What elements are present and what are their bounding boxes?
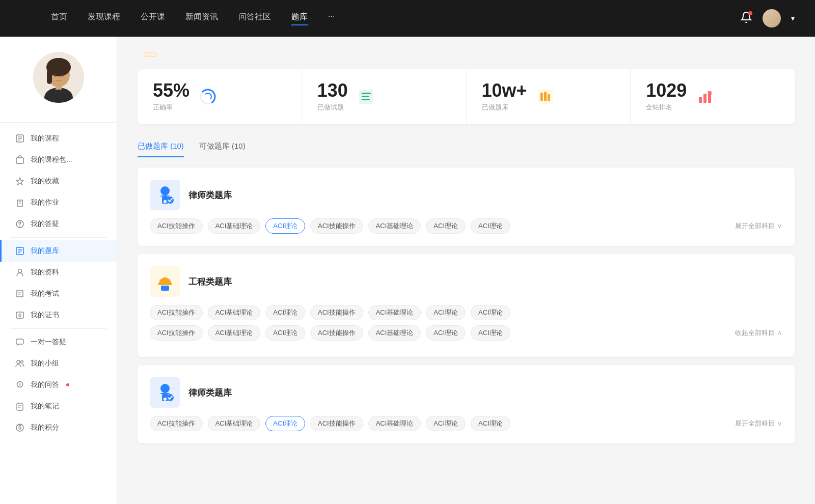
sidebar-menu: 我的课程我的课程包...我的收藏我的作业我的答疑我的题库我的资料我的考试我的证书… bbox=[0, 128, 117, 449]
sidebar-item-label-10: 我的小组 bbox=[31, 359, 59, 368]
sidebar-divider bbox=[10, 237, 106, 238]
stat-done-banks: 10w+ 已做题库 bbox=[467, 69, 631, 124]
tag-2b-3[interactable]: ACI理论 bbox=[265, 325, 305, 341]
sidebar-item-label-4: 我的答疑 bbox=[31, 219, 59, 229]
qbank-card-lawyer-2: 律师类题库 ACI技能操作 ACI基础理论 ACI理论 ACI技能操作 ACI基… bbox=[138, 365, 795, 443]
svg-point-28 bbox=[19, 315, 21, 317]
stat-rank-label: 全站排名 bbox=[646, 103, 687, 112]
tag-1-5[interactable]: ACI基础理论 bbox=[368, 218, 421, 234]
qbank-card-lawyer-1: 律师类题库 ACI技能操作 ACI基础理论 ACI理论 ACI技能操作 ACI基… bbox=[138, 167, 795, 246]
tag-1-7[interactable]: ACI理论 bbox=[471, 218, 510, 234]
tag-2b-4[interactable]: ACI技能操作 bbox=[310, 325, 363, 341]
sidebar-item-note[interactable]: 我的笔记 bbox=[0, 396, 117, 417]
tag-1-1[interactable]: ACI技能操作 bbox=[150, 218, 203, 234]
avatar-chevron[interactable]: ▾ bbox=[791, 14, 795, 22]
svg-point-23 bbox=[18, 269, 22, 273]
svg-rect-51 bbox=[703, 94, 707, 103]
sidebar-item-label-8: 我的证书 bbox=[31, 311, 59, 320]
sidebar-item-exam[interactable]: 我的考试 bbox=[0, 283, 117, 304]
course-icon bbox=[15, 134, 24, 143]
tag-1-6[interactable]: ACI理论 bbox=[426, 218, 466, 234]
tag-3-2[interactable]: ACI基础理论 bbox=[208, 416, 261, 431]
sidebar-item-homework[interactable]: 我的作业 bbox=[0, 192, 117, 213]
sidebar-item-course[interactable]: 我的课程 bbox=[0, 128, 117, 149]
tag-2b-6[interactable]: ACI理论 bbox=[426, 325, 466, 341]
sidebar-item-label-13: 我的积分 bbox=[31, 423, 59, 432]
tag-3-3[interactable]: ACI理论 bbox=[265, 416, 305, 431]
qa-icon bbox=[15, 380, 24, 389]
notification-bell[interactable] bbox=[740, 11, 752, 25]
sidebar-item-group[interactable]: 我的小组 bbox=[0, 353, 117, 374]
main-content: 55% 正确率 130 已做试题 bbox=[117, 37, 815, 504]
tag-3-5[interactable]: ACI基础理论 bbox=[368, 416, 421, 431]
svg-rect-60 bbox=[161, 286, 169, 291]
tag-2-5[interactable]: ACI基础理论 bbox=[368, 305, 421, 320]
tag-3-6[interactable]: ACI理论 bbox=[426, 416, 466, 431]
sidebar-item-label-11: 我的问答 bbox=[31, 380, 59, 389]
qbank-icon bbox=[15, 246, 24, 256]
cert-icon bbox=[15, 311, 24, 320]
tag-1-4[interactable]: ACI技能操作 bbox=[310, 218, 363, 234]
tag-3-4[interactable]: ACI技能操作 bbox=[310, 416, 363, 431]
sidebar-item-one2one[interactable]: 一对一答疑 bbox=[0, 331, 117, 353]
sidebar-divider bbox=[10, 328, 106, 329]
tag-2b-1[interactable]: ACI技能操作 bbox=[150, 325, 203, 341]
sidebar-item-question[interactable]: 我的答疑 bbox=[0, 213, 117, 235]
avatar-image bbox=[763, 9, 781, 27]
sidebar-item-package[interactable]: 我的课程包... bbox=[0, 149, 117, 171]
tag-1-3[interactable]: ACI理论 bbox=[265, 218, 305, 234]
qa-dot bbox=[66, 383, 69, 386]
tag-2b-2[interactable]: ACI基础理论 bbox=[208, 325, 261, 341]
tag-1-2[interactable]: ACI基础理论 bbox=[208, 218, 261, 234]
svg-point-8 bbox=[61, 74, 63, 77]
sidebar-avatar bbox=[33, 52, 84, 103]
tag-2-7[interactable]: ACI理论 bbox=[471, 305, 510, 320]
tags-section-2-first: ACI技能操作 ACI基础理论 ACI理论 ACI技能操作 ACI基础理论 AC… bbox=[150, 305, 782, 341]
sidebar-item-label-0: 我的课程 bbox=[31, 134, 59, 143]
expand-link-1[interactable]: 展开全部科目 ∨ bbox=[735, 221, 782, 231]
tag-2-4[interactable]: ACI技能操作 bbox=[310, 305, 363, 320]
nav-home[interactable]: 首页 bbox=[51, 12, 67, 25]
sidebar-item-cert[interactable]: 我的证书 bbox=[0, 304, 117, 326]
nav-news[interactable]: 新闻资讯 bbox=[185, 12, 218, 25]
qbank-title-1: 律师类题库 bbox=[188, 189, 232, 201]
expand-link-3[interactable]: 展开全部科目 ∨ bbox=[735, 419, 782, 428]
notification-dot bbox=[748, 11, 752, 15]
tag-3-7[interactable]: ACI理论 bbox=[471, 416, 510, 431]
tag-2b-7[interactable]: ACI理论 bbox=[471, 325, 510, 341]
svg-rect-50 bbox=[699, 97, 702, 103]
pie-chart-icon bbox=[198, 87, 218, 107]
bank-icon bbox=[535, 87, 556, 107]
stat-rank-value: 1029 bbox=[646, 81, 687, 100]
tab-available-banks[interactable]: 可做题库 (10) bbox=[199, 136, 246, 157]
qbank-card-header-1: 律师类题库 bbox=[150, 180, 782, 210]
sidebar-item-star[interactable]: 我的收藏 bbox=[0, 171, 117, 192]
question-icon bbox=[15, 219, 24, 229]
sidebar-item-qbank[interactable]: 我的题库 bbox=[0, 240, 117, 262]
tag-2-6[interactable]: ACI理论 bbox=[426, 305, 466, 320]
nav-qbank[interactable]: 题库 bbox=[291, 12, 308, 25]
nav-right: ▾ bbox=[730, 9, 795, 27]
nav-qa[interactable]: 问答社区 bbox=[238, 12, 271, 25]
nav-open-course[interactable]: 公开课 bbox=[141, 12, 165, 25]
tag-2-1[interactable]: ACI技能操作 bbox=[150, 305, 203, 320]
nav-more[interactable]: ··· bbox=[328, 12, 335, 25]
avatar-illustration bbox=[33, 52, 84, 103]
sidebar-item-points[interactable]: 我的积分 bbox=[0, 417, 117, 438]
homework-icon bbox=[15, 198, 24, 207]
page-header bbox=[138, 52, 795, 57]
svg-rect-58 bbox=[158, 283, 172, 285]
sidebar-item-material[interactable]: 我的资料 bbox=[0, 262, 117, 283]
tab-done-banks[interactable]: 已做题库 (10) bbox=[138, 136, 184, 157]
collapse-link-2[interactable]: 收起全部科目 ∧ bbox=[735, 328, 782, 338]
star-icon bbox=[15, 177, 24, 186]
tag-2-2[interactable]: ACI基础理论 bbox=[208, 305, 261, 320]
nav-discover[interactable]: 发现课程 bbox=[88, 12, 120, 25]
tag-2-3[interactable]: ACI理论 bbox=[265, 305, 305, 320]
avatar[interactable] bbox=[763, 9, 781, 27]
sidebar-item-qa[interactable]: 我的问答 bbox=[0, 374, 117, 396]
svg-point-61 bbox=[160, 384, 170, 393]
tag-2b-5[interactable]: ACI基础理论 bbox=[368, 325, 421, 341]
tag-3-1[interactable]: ACI技能操作 bbox=[150, 416, 203, 431]
svg-point-6 bbox=[47, 58, 70, 72]
